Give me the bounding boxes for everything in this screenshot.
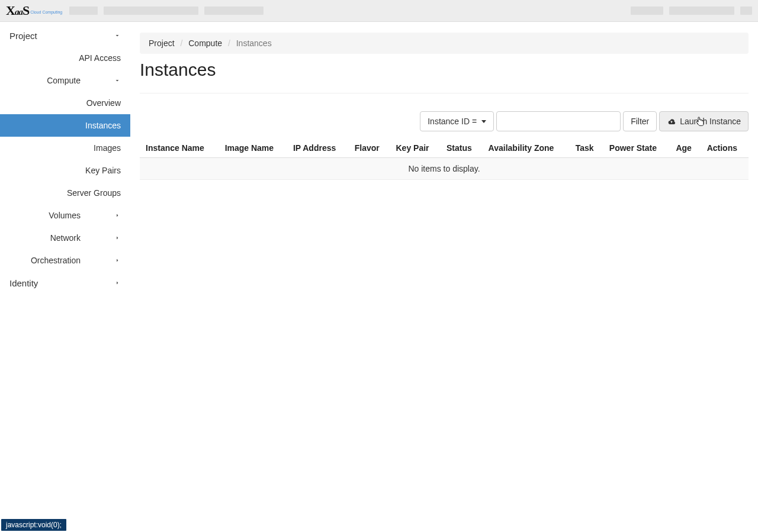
launch-instance-button[interactable]: Launch Instance [659, 111, 749, 131]
breadcrumb-sep: / [176, 38, 186, 48]
breadcrumb-sep: / [224, 38, 234, 48]
breadcrumb-current: Instances [236, 38, 272, 48]
sidebar-item-key-pairs[interactable]: Key Pairs [0, 159, 130, 182]
filter-button-label: Filter [631, 117, 649, 126]
main-content: Project / Compute / Instances Instances … [130, 22, 758, 532]
sidebar-item-label: Server Groups [67, 188, 121, 198]
col-availability-zone[interactable]: Availability Zone [483, 138, 570, 158]
sidebar-item-label: Images [94, 143, 121, 153]
launch-button-label: Launch Instance [680, 117, 741, 126]
chevron-down-icon [114, 77, 121, 84]
sidebar-item-orchestration[interactable]: Orchestration [0, 249, 130, 272]
chevron-right-icon [114, 257, 121, 264]
sidebar-item-identity[interactable]: Identity [0, 272, 130, 294]
instances-table: Instance Name Image Name IP Address Flav… [140, 138, 749, 180]
sidebar-item-project[interactable]: Project [0, 24, 130, 47]
breadcrumb-project[interactable]: Project [149, 38, 175, 48]
sidebar-item-label: Overview [86, 98, 121, 108]
topbar-left-placeholders [69, 7, 264, 15]
col-instance-name[interactable]: Instance Name [140, 138, 219, 158]
sidebar-item-label: Volumes [0, 211, 114, 220]
sidebar: Project API Access Compute Overview Inst… [0, 22, 130, 532]
col-task[interactable]: Task [570, 138, 603, 158]
filter-key-dropdown[interactable]: Instance ID = [420, 111, 494, 131]
col-status[interactable]: Status [441, 138, 483, 158]
caret-down-icon [481, 120, 486, 123]
sidebar-item-label: Network [0, 233, 114, 243]
cloud-upload-icon [667, 118, 676, 125]
sidebar-item-label: Orchestration [0, 256, 114, 265]
col-key-pair[interactable]: Key Pair [390, 138, 441, 158]
sidebar-item-label: Project [9, 31, 37, 41]
col-age[interactable]: Age [670, 138, 701, 158]
sidebar-item-label: Key Pairs [85, 166, 121, 175]
filter-key-label: Instance ID = [428, 117, 477, 126]
sidebar-item-server-groups[interactable]: Server Groups [0, 182, 130, 204]
sidebar-item-label: Instances [85, 121, 121, 130]
col-actions[interactable]: Actions [701, 138, 749, 158]
filter-button[interactable]: Filter [623, 111, 657, 131]
table-toolbar: Instance ID = Filter Launch Instance [140, 111, 749, 131]
chevron-right-icon [114, 234, 121, 241]
title-divider [140, 93, 749, 93]
sidebar-item-images[interactable]: Images [0, 137, 130, 159]
chevron-right-icon [114, 279, 121, 286]
topbar-right-placeholders [631, 7, 752, 15]
sidebar-item-instances[interactable]: Instances [0, 114, 130, 137]
sidebar-item-network[interactable]: Network [0, 227, 130, 249]
col-flavor[interactable]: Flavor [349, 138, 390, 158]
table-empty-row: No items to display. [140, 158, 749, 180]
sidebar-item-compute[interactable]: Compute [0, 69, 130, 92]
filter-value-input[interactable] [496, 111, 621, 131]
breadcrumb-compute[interactable]: Compute [188, 38, 222, 48]
sidebar-item-volumes[interactable]: Volumes [0, 204, 130, 227]
brand-sub: Cloud Computing [30, 10, 62, 14]
col-ip-address[interactable]: IP Address [287, 138, 349, 158]
brand[interactable]: XaaS Cloud Computing [6, 3, 62, 18]
brand-logo: XaaS [6, 3, 29, 18]
col-power-state[interactable]: Power State [603, 138, 670, 158]
col-image-name[interactable]: Image Name [219, 138, 287, 158]
breadcrumb: Project / Compute / Instances [140, 33, 749, 54]
page-title: Instances [140, 60, 749, 80]
table-header-row: Instance Name Image Name IP Address Flav… [140, 138, 749, 158]
chevron-right-icon [114, 212, 121, 219]
table-empty-message: No items to display. [140, 158, 749, 180]
chevron-down-icon [114, 32, 121, 39]
sidebar-item-label: Identity [9, 278, 38, 288]
status-bar-link: javascript:void(0); [1, 519, 66, 531]
sidebar-item-label: API Access [79, 53, 121, 63]
sidebar-item-label: Compute [0, 76, 114, 85]
topbar: XaaS Cloud Computing [0, 0, 758, 22]
sidebar-item-api-access[interactable]: API Access [0, 47, 130, 69]
sidebar-item-overview[interactable]: Overview [0, 92, 130, 114]
